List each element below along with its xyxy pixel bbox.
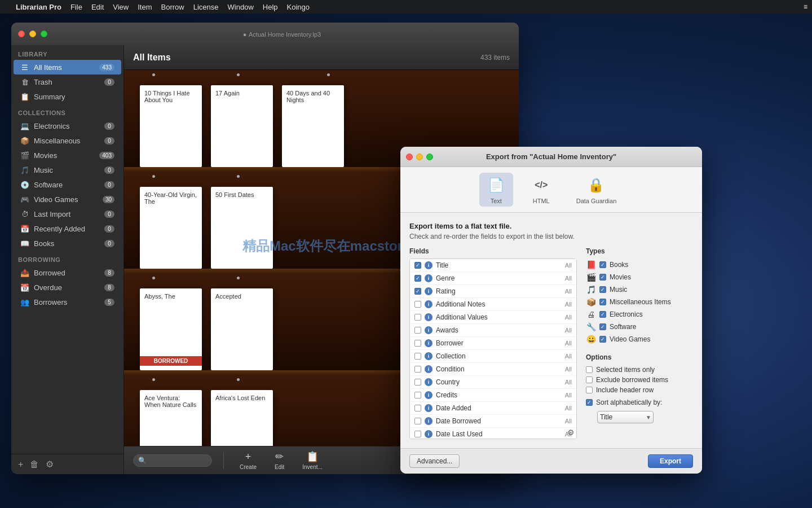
field-row-awards[interactable]: i Awards All: [410, 324, 576, 337]
field-checkbox-additional-notes[interactable]: [414, 301, 421, 308]
option-checkbox-header[interactable]: [586, 387, 593, 393]
type-checkbox-books[interactable]: ✓: [599, 261, 606, 268]
type-checkbox-electronics[interactable]: ✓: [599, 311, 606, 318]
sidebar-item-video-games[interactable]: 🎮 Video Games 30: [14, 192, 121, 207]
edit-button[interactable]: ✏ Edit: [270, 448, 289, 472]
book-item[interactable]: Ace Ventura: When Nature Calls: [140, 390, 202, 446]
sidebar-item-trash[interactable]: 🗑 Trash 0: [14, 75, 121, 89]
field-row-collection[interactable]: i Collection All: [410, 350, 576, 363]
book-item-borrowed[interactable]: Abyss, The: [140, 288, 202, 370]
field-row-date-added[interactable]: i Date Added All: [410, 402, 576, 415]
type-row-books[interactable]: 📕 ✓ Books: [586, 259, 693, 271]
advanced-button[interactable]: Advanced...: [409, 454, 460, 468]
inventory-button[interactable]: 📋 Invent...: [298, 448, 327, 472]
type-checkbox-video-games[interactable]: ✓: [599, 336, 606, 343]
create-button[interactable]: + Create: [235, 449, 261, 472]
field-row-genre[interactable]: ✓ i Genre All: [410, 272, 576, 285]
export-tool-data-guardian[interactable]: 🔒 Data Guardian: [570, 173, 624, 207]
sidebar-add-button[interactable]: +: [18, 459, 23, 470]
menubar-license[interactable]: License: [193, 3, 219, 11]
type-row-movies[interactable]: 🎬 ✓ Movies: [586, 271, 693, 283]
menubar-app-name[interactable]: Librarian Pro: [16, 3, 61, 11]
menubar-window[interactable]: Window: [228, 3, 254, 11]
type-row-video-games[interactable]: 😀 ✓ Video Games: [586, 333, 693, 345]
window-minimize[interactable]: [29, 30, 36, 37]
type-row-misc[interactable]: 📦 ✓ Miscellaneous Items: [586, 296, 693, 308]
window-maximize[interactable]: [41, 30, 47, 37]
field-checkbox-title[interactable]: ✓: [414, 262, 421, 269]
menubar-koingo[interactable]: Koingo: [287, 3, 310, 11]
field-row-country[interactable]: i Country All: [410, 376, 576, 389]
sidebar-item-miscellaneous[interactable]: 📦 Miscellaneous 0: [14, 133, 121, 148]
sidebar-item-electronics[interactable]: 💻 Electronics 0: [14, 119, 121, 133]
dialog-minimize[interactable]: [416, 154, 423, 160]
sidebar-item-summary[interactable]: 📋 Summary: [14, 89, 121, 104]
field-checkbox-borrower[interactable]: [414, 340, 421, 347]
search-input[interactable]: [133, 454, 212, 467]
dialog-maximize[interactable]: [426, 154, 433, 160]
field-checkbox-rating[interactable]: ✓: [414, 288, 421, 295]
sidebar-item-movies[interactable]: 🎬 Movies 403: [14, 148, 121, 163]
book-item[interactable]: 17 Again: [211, 85, 273, 167]
option-checkbox-exclude-borrowed[interactable]: [586, 376, 593, 383]
book-item[interactable]: Africa's Lost Eden: [211, 390, 273, 446]
sidebar-item-borrowed[interactable]: 📤 Borrowed 8: [14, 265, 121, 280]
field-row-borrower[interactable]: i Borrower All: [410, 337, 576, 350]
sidebar-item-borrowers[interactable]: 👥 Borrowers 5: [14, 295, 121, 309]
field-row-additional-notes[interactable]: i Additional Notes All: [410, 298, 576, 311]
menubar-item-menu[interactable]: Item: [138, 3, 152, 11]
menubar-help[interactable]: Help: [263, 3, 278, 11]
field-row-condition[interactable]: i Condition All: [410, 363, 576, 376]
sidebar-item-music[interactable]: 🎵 Music 0: [14, 163, 121, 177]
export-tool-html[interactable]: </> HTML: [524, 173, 558, 207]
type-checkbox-movies[interactable]: ✓: [599, 274, 606, 281]
type-checkbox-misc[interactable]: ✓: [599, 299, 606, 305]
type-checkbox-software[interactable]: ✓: [599, 323, 606, 330]
sort-select[interactable]: Title Genre Rating Date Added: [597, 411, 654, 423]
field-row-credits[interactable]: i Credits All: [410, 389, 576, 402]
sidebar-item-all-items[interactable]: ☰ All Items 433: [14, 60, 121, 75]
book-item[interactable]: 40-Year-Old Virgin, The: [140, 187, 202, 269]
type-row-software[interactable]: 🔧 ✓ Software: [586, 321, 693, 333]
field-row-rating[interactable]: ✓ i Rating All: [410, 285, 576, 298]
book-item[interactable]: 50 First Dates: [211, 187, 273, 269]
type-checkbox-music[interactable]: ✓: [599, 286, 606, 293]
export-button[interactable]: Export: [648, 454, 693, 468]
fields-list[interactable]: ✓ i Title All ✓ i Genre All: [409, 259, 577, 439]
option-checkbox-sort[interactable]: ✓: [586, 399, 593, 406]
option-row-selected[interactable]: Selected items only: [586, 365, 693, 375]
field-checkbox-country[interactable]: [414, 379, 421, 386]
window-close[interactable]: [18, 30, 25, 37]
field-row-date-last-used[interactable]: i Date Last Used All: [410, 428, 576, 439]
field-checkbox-date-borrowed[interactable]: [414, 418, 421, 424]
field-checkbox-date-last-used[interactable]: [414, 431, 421, 437]
export-tool-text[interactable]: 📄 Text: [479, 173, 513, 207]
field-checkbox-collection[interactable]: [414, 353, 421, 360]
field-checkbox-genre[interactable]: ✓: [414, 275, 421, 282]
sidebar-item-recently-added[interactable]: 📅 Recently Added 0: [14, 221, 121, 236]
sidebar-settings-button[interactable]: ⚙: [46, 459, 54, 470]
sidebar-delete-button[interactable]: 🗑: [30, 459, 39, 470]
menubar-borrow[interactable]: Borrow: [161, 3, 184, 11]
book-item[interactable]: 40 Days and 40 Nights: [282, 85, 344, 167]
book-item[interactable]: 10 Things I Hate About You: [140, 85, 202, 167]
field-checkbox-awards[interactable]: [414, 327, 421, 334]
option-row-exclude-borrowed[interactable]: Exclude borrowed items: [586, 375, 693, 385]
fields-gear-icon[interactable]: ⚙: [567, 428, 575, 437]
field-checkbox-additional-values[interactable]: [414, 314, 421, 321]
type-row-music[interactable]: 🎵 ✓ Music: [586, 283, 693, 296]
field-checkbox-credits[interactable]: [414, 392, 421, 398]
sidebar-item-last-import[interactable]: ⏱ Last Import 0: [14, 207, 121, 221]
option-checkbox-selected[interactable]: [586, 366, 593, 373]
field-row-date-borrowed[interactable]: i Date Borrowed All: [410, 415, 576, 428]
option-row-header[interactable]: Include header row: [586, 385, 693, 395]
type-row-electronics[interactable]: 🖨 ✓ Electronics: [586, 308, 693, 321]
sidebar-item-books[interactable]: 📖 Books 0: [14, 236, 121, 251]
field-row-title[interactable]: ✓ i Title All: [410, 259, 576, 272]
book-item[interactable]: Accepted: [211, 288, 273, 370]
sidebar-item-software[interactable]: 💿 Software 0: [14, 177, 121, 192]
field-row-additional-values[interactable]: i Additional Values All: [410, 311, 576, 324]
menubar-file[interactable]: File: [70, 3, 82, 11]
menubar-edit[interactable]: Edit: [91, 3, 104, 11]
field-checkbox-condition[interactable]: [414, 366, 421, 373]
